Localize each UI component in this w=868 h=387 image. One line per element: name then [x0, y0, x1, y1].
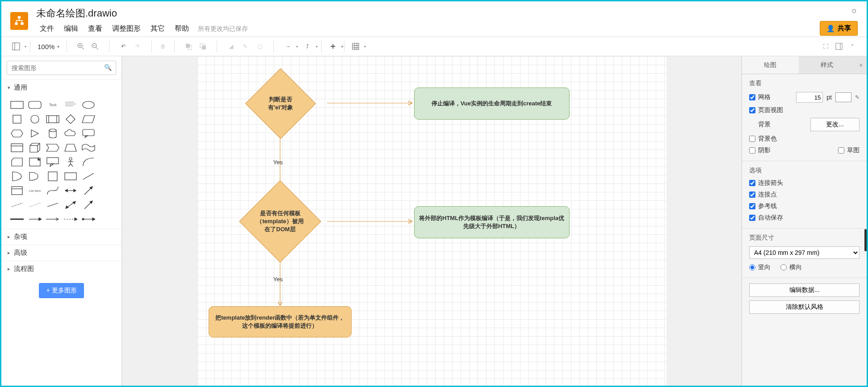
shape-triangle[interactable] [27, 129, 42, 138]
shape-solidline[interactable] [9, 214, 25, 224]
shape-rect[interactable] [9, 100, 25, 110]
zoom-in-button[interactable] [74, 40, 88, 53]
shape-blank8[interactable] [99, 200, 114, 210]
search-input[interactable] [7, 61, 116, 75]
shape-list[interactable] [9, 186, 25, 196]
shape-parallelogram[interactable] [81, 114, 96, 124]
landscape-radio[interactable]: 横向 [780, 263, 802, 271]
node-stop-compile[interactable]: 停止编译，Vue实例的生命周期走到create结束 [414, 87, 570, 120]
shape-biarrow2[interactable] [63, 200, 78, 210]
zoom-dropdown[interactable]: 100% [35, 43, 62, 50]
fill-button[interactable]: ◢ [224, 40, 238, 53]
shape-connector[interactable] [81, 214, 96, 224]
shape-and[interactable] [27, 171, 42, 181]
menu-extras[interactable]: 其它 [147, 23, 168, 35]
search-icon[interactable]: 🔍 [104, 64, 112, 71]
shape-card[interactable] [9, 157, 25, 167]
canvas-page[interactable]: 判断是否有'el'对象 停止编译，Vue实例的生命周期走到create结束 Ye… [197, 56, 667, 386]
shape-cube[interactable] [27, 143, 42, 153]
shape-rectangle2[interactable] [63, 171, 78, 181]
node-decision-template[interactable]: 是否有任何模板（template）被用在了DOM层 [239, 180, 321, 262]
section-general[interactable]: 通用 [1, 79, 122, 96]
shape-listitem[interactable]: List Item [27, 186, 42, 196]
shape-blank[interactable] [99, 100, 114, 110]
grid-checkbox[interactable]: 网格 [749, 93, 771, 101]
shape-blank2[interactable] [99, 114, 114, 124]
shape-blank7[interactable] [99, 186, 114, 196]
menu-arrange[interactable]: 调整图形 [109, 23, 144, 35]
shape-dasharrow[interactable] [63, 214, 78, 224]
shape-hexagon[interactable] [9, 129, 25, 138]
more-shapes-button[interactable]: + 更多图形 [39, 283, 84, 298]
page-size-select[interactable]: A4 (210 mm x 297 mm) [749, 246, 860, 259]
delete-button[interactable]: 🗑 [156, 40, 170, 53]
doc-title[interactable]: 未命名绘图.drawio [36, 7, 248, 20]
node-decision-el[interactable]: 判断是否有'el'对象 [245, 68, 315, 139]
scroll-indicator[interactable] [864, 229, 867, 251]
shape-biarrow[interactable] [63, 186, 78, 196]
format-panel-icon[interactable] [834, 42, 843, 51]
zoom-out-button[interactable] [88, 40, 102, 53]
shape-square[interactable] [9, 114, 25, 124]
sidebar-toggle-button[interactable] [9, 40, 23, 53]
shape-diamond[interactable] [63, 114, 78, 124]
shape-callout[interactable] [81, 129, 96, 138]
shape-actor[interactable] [63, 157, 78, 167]
shape-text[interactable]: Text [45, 100, 60, 110]
section-misc[interactable]: 杂项 [1, 229, 122, 245]
shadow-button[interactable]: ▢ [253, 40, 266, 53]
node-external-html[interactable]: 将外部的HTML作为模板编译（于是，我们发现templa优先级大于外部HTML） [414, 206, 570, 238]
panel-close-icon[interactable]: × [855, 56, 867, 74]
edit-data-button[interactable]: 编辑数据... [749, 283, 860, 297]
sketch-checkbox[interactable]: 草图 [838, 146, 860, 154]
shape-process[interactable] [45, 114, 60, 124]
shape-blank5[interactable] [99, 157, 114, 167]
table-button[interactable] [349, 40, 362, 53]
menu-help[interactable]: 帮助 [171, 23, 193, 35]
bg-change-button[interactable]: 更改... [810, 118, 860, 131]
clear-style-button[interactable]: 清除默认风格 [749, 300, 860, 314]
bgcolor-checkbox[interactable]: 背景色 [749, 135, 777, 143]
theme-toggle-icon[interactable]: ☼ [851, 6, 858, 15]
shape-line2[interactable] [45, 200, 60, 210]
shape-line[interactable] [81, 171, 96, 181]
shape-doublerect[interactable] [9, 143, 25, 153]
menu-view[interactable]: 查看 [84, 23, 106, 35]
add-button[interactable]: + [326, 40, 340, 53]
shape-textbox[interactable] [63, 100, 78, 110]
section-flowchart[interactable]: 流程图 [1, 261, 122, 277]
undo-button[interactable]: ↶ [117, 40, 130, 53]
to-front-button[interactable] [182, 40, 195, 53]
grid-size-input[interactable] [796, 92, 823, 103]
tab-style[interactable]: 样式 [799, 56, 855, 74]
shape-cloud[interactable] [63, 129, 78, 138]
pageview-checkbox[interactable]: 页面视图 [749, 106, 783, 114]
shape-rounded[interactable] [27, 100, 42, 110]
shape-link[interactable] [27, 214, 42, 224]
shape-ellipse[interactable] [81, 100, 96, 110]
app-logo[interactable] [10, 12, 28, 30]
shape-blank9[interactable] [99, 214, 114, 224]
line-button[interactable]: ✎ [239, 40, 252, 53]
shape-blank4[interactable] [99, 143, 114, 153]
waypoint-button[interactable]: ⤴ [301, 40, 314, 53]
redo-button[interactable]: ↷ [131, 40, 144, 53]
grid-edit-icon[interactable]: ✎ [855, 94, 860, 100]
shape-blank6[interactable] [99, 171, 114, 181]
conn-arrows-checkbox[interactable]: 连接箭头 [749, 179, 783, 187]
shape-note[interactable] [27, 157, 42, 167]
node-render-fn[interactable]: 把template放到render函数中（若为单文件组件，这个模板的编译将提前进… [209, 306, 352, 337]
menu-edit[interactable]: 编辑 [60, 23, 82, 35]
shape-datastore[interactable] [45, 171, 60, 181]
shape-trapezoid[interactable] [63, 143, 78, 153]
shape-arrow-ne[interactable] [81, 186, 96, 196]
section-advanced[interactable]: 高级 [1, 245, 122, 261]
shape-dotted[interactable] [27, 200, 42, 210]
fullscreen-icon[interactable]: ⛶ [821, 42, 830, 51]
shadow-checkbox[interactable]: 阴影 [749, 146, 771, 154]
guides-checkbox[interactable]: 参考线 [749, 202, 777, 210]
shape-tape[interactable] [81, 143, 96, 153]
collapse-icon[interactable]: ⌃ [848, 42, 857, 51]
shape-or[interactable] [9, 171, 25, 181]
shape-cylinder[interactable] [45, 129, 60, 138]
